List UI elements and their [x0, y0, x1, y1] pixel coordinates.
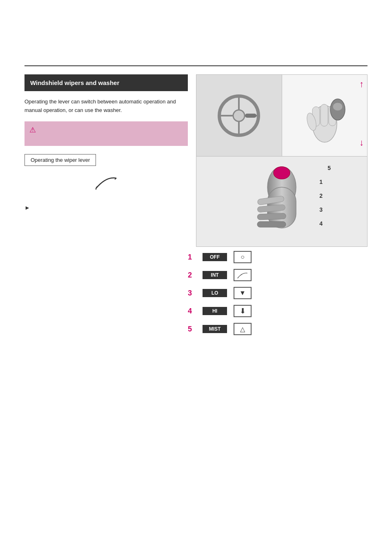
lever-hand-svg [300, 83, 349, 148]
wiper-icon-display [24, 174, 188, 193]
pos-num-1: 1 [188, 253, 196, 262]
positions-section: 1 OFF ○ 2 INT 3 LO ▼ [0, 247, 392, 341]
pos-label-3: 3 [319, 206, 331, 213]
position-row-1: 1 OFF ○ [24, 251, 368, 263]
intro-text: Operating the lever can switch between a… [24, 96, 188, 116]
arrow-up-pink: ↑ [359, 79, 364, 90]
svg-point-21 [274, 167, 290, 179]
operating-wiper-label: Operating the wiper lever [24, 154, 96, 166]
pos-icon-off: ○ [234, 251, 252, 263]
pos-num-3: 3 [188, 289, 196, 298]
content-area: Windshield wipers and washer Operating t… [0, 66, 392, 247]
pos-icon-mist: △ [234, 323, 252, 335]
pos-badge-int: INT [203, 271, 227, 279]
position-labels-overlay: 5 1 2 3 4 [319, 165, 331, 227]
arrow-icon: ► [24, 204, 30, 212]
page: Windshield wipers and washer Operating t… [0, 65, 392, 555]
svg-rect-7 [245, 114, 256, 118]
pos-badge-off: OFF [203, 253, 227, 261]
section-title-box: Windshield wipers and washer [24, 74, 188, 91]
warning-icon: ⚠ [29, 125, 36, 134]
warning-text [39, 125, 40, 132]
warning-box: ⚠ [24, 121, 188, 146]
svg-rect-19 [257, 213, 286, 220]
left-column: Windshield wipers and washer Operating t… [24, 74, 188, 247]
pos-icon-lo: ▼ [234, 287, 252, 299]
pos-icon-hi: ⬇ [234, 305, 252, 317]
top-images-row: ↑ ↓ [196, 75, 367, 157]
arrow-down-pink: ↓ [359, 137, 364, 148]
wiper-svg [94, 174, 118, 190]
arrow-note: ► [24, 203, 188, 212]
position-row-4: 4 HI ⬇ [24, 305, 368, 317]
svg-rect-20 [257, 222, 286, 227]
pos-badge-lo: LO [203, 289, 227, 297]
lever-hand-image: ↑ ↓ [282, 75, 368, 156]
svg-point-6 [233, 110, 245, 121]
images-container: ↑ ↓ [196, 74, 368, 247]
pos-label-4: 4 [319, 220, 331, 227]
pos-num-5: 5 [188, 325, 196, 333]
lever-detail-svg [251, 163, 312, 240]
wiper-icon-int [237, 271, 248, 279]
pos-num-4: 4 [188, 307, 196, 316]
svg-rect-10 [321, 104, 328, 126]
svg-point-14 [333, 103, 343, 111]
pos-badge-mist: MIST [203, 325, 227, 333]
pos-label-2: 2 [319, 192, 331, 199]
pos-label-5: 5 [327, 165, 331, 171]
position-row-3: 3 LO ▼ [24, 287, 368, 299]
right-column: ↑ ↓ [196, 74, 368, 247]
operating-label-container: Operating the wiper lever [24, 154, 188, 166]
pos-icon-int [234, 269, 252, 281]
section-title: Windshield wipers and washer [30, 79, 119, 86]
pos-num-2: 2 [188, 271, 196, 280]
pos-label-1: 1 [319, 179, 331, 185]
position-row-5: 5 MIST △ [24, 323, 368, 335]
steering-wheel-svg [216, 93, 261, 138]
position-row-2: 2 INT [24, 269, 368, 281]
steering-wheel-image [196, 75, 282, 156]
lever-detail-image: 5 1 2 3 4 [196, 157, 367, 246]
pos-badge-hi: HI [203, 307, 227, 315]
